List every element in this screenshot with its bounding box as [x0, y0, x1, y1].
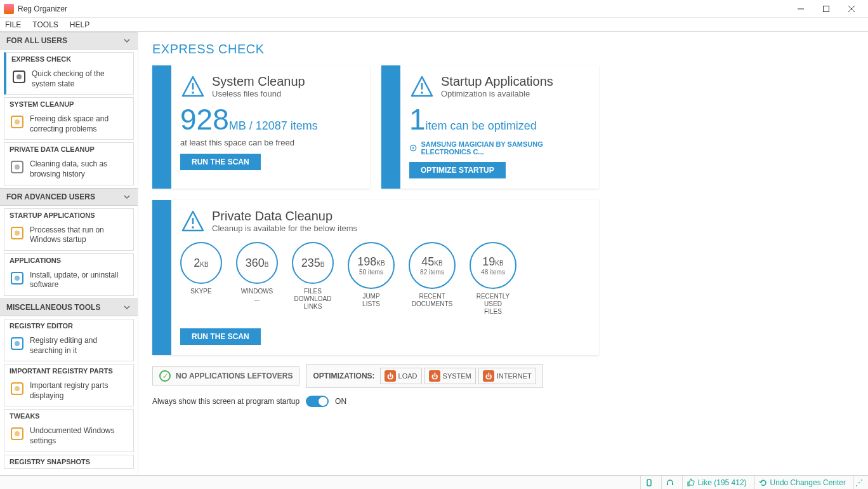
leftovers-label: NO APPLICATIONS LEFTOVERS	[176, 372, 293, 380]
navitem-header: PRIVATE DATA CLEANUP	[4, 143, 133, 156]
undo-icon	[759, 478, 768, 487]
cleanup-suffix: MB / 12087 items	[229, 119, 318, 132]
card-title: Startup Applications	[441, 74, 553, 89]
cleanup-circle[interactable]: 19KB48 itemsRECENTLYUSEDFILES	[470, 242, 516, 316]
cleanup-circle[interactable]: 235BFILESDOWNLOADLINKS	[292, 242, 334, 316]
status-like[interactable]: Like (195 412)	[682, 476, 751, 489]
card-title: Private Data Cleanup	[212, 209, 357, 224]
navitem-header: REGISTRY EDITOR	[4, 319, 133, 332]
status-headset-icon[interactable]	[661, 476, 678, 489]
startup-count: 1	[409, 105, 426, 134]
status-undo[interactable]: Undo Changes Center	[754, 476, 850, 489]
svg-point-23	[421, 91, 423, 94]
main-content: EXPRESS CHECK System Cleanup Useless fil…	[138, 32, 868, 475]
cleanup-circle[interactable]: 198KB50 itemsJUMPLISTS	[348, 242, 395, 316]
navitem-desc: Cleaning data, such as browsing history	[30, 159, 128, 179]
sidebar-item[interactable]: APPLICATIONSInstall, update, or uninstal…	[4, 253, 134, 296]
menu-help[interactable]: HELP	[70, 20, 89, 29]
navitem-header: STARTUP APPLICATIONS	[4, 209, 133, 222]
gear-icon	[409, 144, 417, 152]
sidebar-item[interactable]: STARTUP APPLICATIONSProcesses that run o…	[4, 208, 134, 251]
cleanup-circle[interactable]: 360BWINDOWS...	[236, 242, 278, 316]
sidebar-group-header[interactable]: FOR ADVANCED USERS	[0, 188, 138, 206]
card-stripe	[381, 65, 400, 189]
menu-file[interactable]: FILE	[5, 20, 21, 29]
sidebar-group-header[interactable]: FOR ALL USERS	[0, 32, 138, 50]
navitem-header: REGISTRY SNAPSHOTS	[4, 455, 133, 468]
status-resize-grip[interactable]: ⋰	[853, 476, 864, 489]
sidebar-item[interactable]: EXPRESS CHECKQuick checking of the syste…	[4, 52, 134, 95]
maximize-button[interactable]	[813, 1, 839, 17]
sidebar-item[interactable]: REGISTRY SNAPSHOTS	[4, 455, 134, 469]
sidebar-item[interactable]: IMPORTANT REGISTRY PARTSImportant regist…	[4, 364, 134, 406]
navitem-desc: Install, update, or uninstall software	[30, 271, 128, 290]
run-scan-button[interactable]: RUN THE SCAN	[180, 328, 261, 345]
leftovers-pill[interactable]: ✓ NO APPLICATIONS LEFTOVERS	[152, 366, 299, 385]
svg-point-11	[15, 231, 20, 236]
navitem-icon	[10, 114, 25, 130]
sidebar-group-header[interactable]: MISCELLANEOUS TOOLS	[0, 298, 138, 316]
page-title: EXPRESS CHECK	[152, 42, 854, 57]
undo-label: Undo Changes Center	[770, 478, 846, 487]
navitem-icon	[10, 225, 25, 241]
run-scan-button[interactable]: RUN THE SCAN	[180, 154, 261, 170]
optimizations-pill: OPTIMIZATIONS: ⏻LOAD⏻SYSTEM⏻INTERNET	[306, 364, 542, 388]
navitem-header: IMPORTANT REGISTRY PARTS	[4, 365, 133, 377]
startup-toggle-row: Always show this screen at program start…	[152, 396, 854, 407]
svg-point-5	[16, 74, 22, 79]
thumbs-up-icon	[687, 478, 695, 487]
close-button[interactable]	[839, 1, 864, 17]
minimize-button[interactable]	[788, 1, 813, 17]
sidebar: FOR ALL USERSEXPRESS CHECKQuick checking…	[0, 32, 138, 475]
card-stripe	[152, 65, 171, 189]
app-title: Reg Organizer	[18, 4, 788, 13]
svg-point-25	[412, 147, 414, 149]
cleanup-size: 928	[180, 105, 229, 134]
like-label: Like (195 412)	[698, 478, 747, 487]
navitem-header: SYSTEM CLEANUP	[4, 98, 133, 111]
status-power-icon[interactable]	[640, 476, 657, 489]
svg-rect-1	[824, 6, 829, 11]
sidebar-item[interactable]: REGISTRY EDITORRegistry editing and sear…	[4, 319, 134, 361]
startup-suffix: item can be optimized	[426, 119, 537, 132]
menu-tools[interactable]: TOOLS	[32, 20, 58, 29]
circle-label: WINDOWS...	[236, 288, 278, 303]
chevron-down-icon	[122, 36, 131, 45]
card-title: System Cleanup	[212, 74, 305, 89]
cleanup-circle[interactable]: 2KBSKYPE	[180, 242, 222, 316]
svg-rect-29	[667, 483, 668, 485]
card-stripe	[152, 200, 171, 355]
navitem-icon	[10, 336, 25, 351]
sidebar-item[interactable]: SYSTEM CLEANUPFreeing disk space and cor…	[4, 97, 134, 140]
menubar: FILE TOOLS HELP	[0, 18, 868, 32]
svg-rect-30	[672, 483, 673, 485]
navitem-header: APPLICATIONS	[4, 254, 133, 267]
opt-pill[interactable]: ⏻SYSTEM	[424, 368, 476, 384]
svg-point-9	[15, 164, 20, 170]
sidebar-item[interactable]: TWEAKSUndocumented Windows settings	[4, 409, 134, 452]
card-system-cleanup: System Cleanup Useless files found 928MB…	[152, 65, 370, 189]
circle-label: JUMPLISTS	[348, 293, 395, 308]
navitem-desc: Processes that run on Windows startup	[30, 225, 128, 245]
cleanup-circle[interactable]: 45KB82 itemsRECENTDOCUMENTS	[409, 242, 456, 316]
sidebar-item[interactable]: PRIVATE DATA CLEANUPCleaning data, such …	[4, 142, 134, 185]
circle-label: FILESDOWNLOADLINKS	[292, 288, 334, 311]
startup-toggle[interactable]	[306, 396, 329, 407]
svg-point-15	[15, 341, 20, 346]
card-subtitle: Cleanup is available for the below items	[212, 224, 357, 233]
navitem-icon	[10, 159, 25, 175]
card-private-data: Private Data Cleanup Cleanup is availabl…	[152, 200, 599, 355]
opt-pill[interactable]: ⏻INTERNET	[478, 368, 536, 384]
opt-pill[interactable]: ⏻LOAD	[380, 368, 422, 384]
navitem-icon	[10, 271, 25, 286]
circle-label: SKYPE	[180, 288, 222, 295]
power-icon: ⏻	[483, 370, 494, 382]
startup-detail-row[interactable]: SAMSUNG MAGICIAN BY SAMSUNG ELECTRONICS …	[409, 140, 588, 156]
power-icon: ⏻	[429, 370, 440, 382]
check-icon: ✓	[159, 370, 171, 382]
svg-point-13	[15, 276, 20, 281]
optimize-startup-button[interactable]: OPTIMIZE STARTUP	[409, 162, 506, 178]
navitem-desc: Registry editing and searching in it	[30, 336, 128, 356]
statusbar: Like (195 412) Undo Changes Center ⋰	[0, 475, 868, 489]
card-subtitle: Optimization is available	[441, 89, 553, 98]
